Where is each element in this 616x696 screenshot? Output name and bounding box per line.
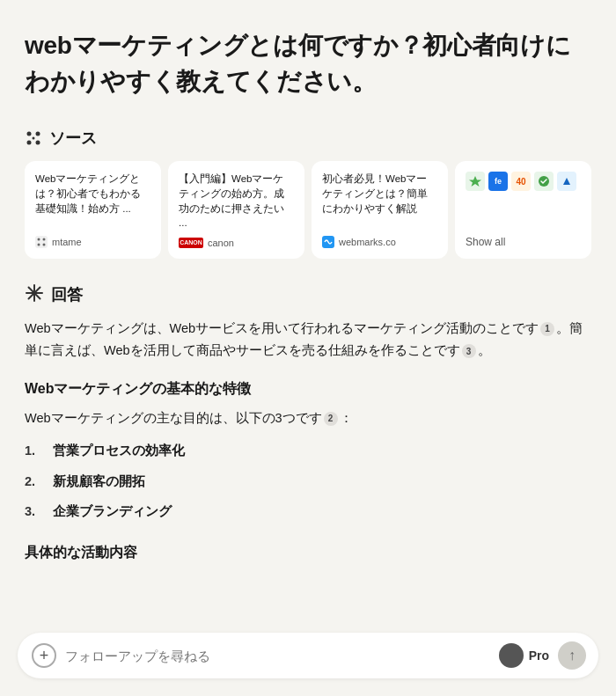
source-favicon-canon: CANON: [179, 238, 203, 248]
list-intro: Webマーケティングの主な目的は、以下の3つです2：: [25, 407, 591, 429]
show-all-icon-2: fe: [488, 172, 508, 191]
partial-heading: 具体的な活動内容: [25, 544, 591, 562]
source-card-1-text: Webマーケティングとは？初心者でもわかる基礎知識！始め方 ...: [35, 172, 150, 229]
source-card-1[interactable]: Webマーケティングとは？初心者でもわかる基礎知識！始め方 ... mtame: [25, 161, 161, 259]
sources-header: ソース: [25, 128, 591, 149]
list-number-2: 2.: [25, 471, 42, 493]
show-all-icon-4: [534, 172, 554, 191]
show-all-icons: fe 40: [466, 172, 581, 191]
source-name-3: webmarks.co: [339, 237, 396, 247]
list-text-1: 営業プロセスの効率化: [53, 440, 185, 462]
svg-point-0: [27, 132, 32, 136]
show-all-card[interactable]: fe 40 Show all: [455, 161, 591, 259]
svg-point-3: [36, 141, 40, 145]
show-all-icon-5: [557, 172, 576, 191]
answer-section: 回答 Webマーケティングは、Webサービスを用いて行われるマーケティング活動の…: [25, 283, 591, 562]
answer-icon: [25, 283, 44, 307]
sources-title: ソース: [49, 128, 97, 149]
source-favicon-webmarks: [322, 236, 334, 248]
list-number-3: 3.: [25, 501, 42, 523]
list-item-1: 1. 営業プロセスの効率化: [25, 440, 591, 462]
show-all-icon-3: 40: [511, 172, 531, 191]
sources-icon: [25, 129, 42, 147]
svg-point-5: [38, 238, 40, 240]
add-icon: +: [40, 647, 49, 665]
source-card-2-footer: CANON canon: [179, 238, 294, 248]
send-button[interactable]: ↑: [558, 641, 586, 670]
source-name-2: canon: [208, 238, 234, 248]
sub-heading: Webマーケティングの基本的な特徴: [25, 380, 591, 399]
send-icon: ↑: [568, 648, 576, 663]
answer-intro-text3: 。: [478, 343, 491, 357]
answer-intro: Webマーケティングは、Webサービスを用いて行われるマーケティング活動のことで…: [25, 318, 591, 363]
list-item-2: 2. 新規顧客の開拓: [25, 471, 591, 493]
answer-list: 1. 営業プロセスの効率化 2. 新規顧客の開拓 3. 企業ブランディング: [25, 440, 591, 523]
show-all-label: Show all: [466, 236, 505, 248]
toggle-circle: [499, 643, 524, 668]
source-favicon-mtame: [35, 236, 48, 248]
source-card-3-text: 初心者必見！Webマーケティングとは？簡単にわかりやすく解説: [322, 172, 437, 229]
svg-point-7: [38, 243, 40, 245]
svg-point-2: [27, 141, 32, 145]
svg-point-4: [33, 137, 35, 140]
source-card-3[interactable]: 初心者必見！Webマーケティングとは？簡単にわかりやすく解説 webmarks.…: [312, 161, 448, 259]
source-card-2[interactable]: 【入門編】Webマーケティングの始め方。成功のために押さえたい ... CANO…: [168, 161, 304, 259]
citation-1: 1: [540, 322, 554, 336]
pro-label: Pro: [529, 648, 549, 663]
svg-point-8: [43, 243, 46, 245]
add-button[interactable]: +: [32, 643, 56, 668]
page-title: webマーケティングとは何ですか？初心者向けにわかりやすく教えてください。: [25, 28, 591, 99]
sources-grid: Webマーケティングとは？初心者でもわかる基礎知識！始め方 ... mtame: [25, 161, 591, 259]
list-intro-text2: ：: [340, 411, 353, 425]
answer-intro-text1: Webマーケティングは、Webサービスを用いて行われるマーケティング活動のことで…: [25, 321, 539, 335]
answer-section-header: 回答: [25, 283, 591, 307]
sources-section: ソース Webマーケティングとは？初心者でもわかる基礎知識！始め方 ... mt: [25, 128, 591, 259]
svg-point-6: [43, 238, 46, 240]
list-text-3: 企業ブランディング: [53, 501, 172, 523]
followup-input[interactable]: [65, 648, 490, 663]
list-text-2: 新規顧客の開拓: [53, 471, 145, 493]
input-bar: + Pro ↑: [18, 633, 598, 678]
svg-point-1: [36, 132, 40, 136]
list-item-3: 3. 企業ブランディング: [25, 501, 591, 523]
source-name-1: mtame: [52, 237, 82, 247]
show-all-icon-1: [466, 172, 485, 191]
answer-title: 回答: [51, 284, 83, 305]
citation-2: 2: [324, 412, 338, 426]
list-intro-text: Webマーケティングの主な目的は、以下の3つです: [25, 411, 322, 425]
source-card-2-text: 【入門編】Webマーケティングの始め方。成功のために押さえたい ...: [179, 172, 294, 231]
pro-toggle[interactable]: Pro: [499, 643, 549, 668]
bottom-bar: + Pro ↑: [0, 622, 616, 696]
citation-3: 3: [462, 344, 476, 358]
list-number-1: 1.: [25, 440, 42, 462]
svg-marker-9: [469, 176, 481, 187]
source-card-1-footer: mtame: [35, 236, 150, 248]
source-card-3-footer: webmarks.co: [322, 236, 437, 248]
